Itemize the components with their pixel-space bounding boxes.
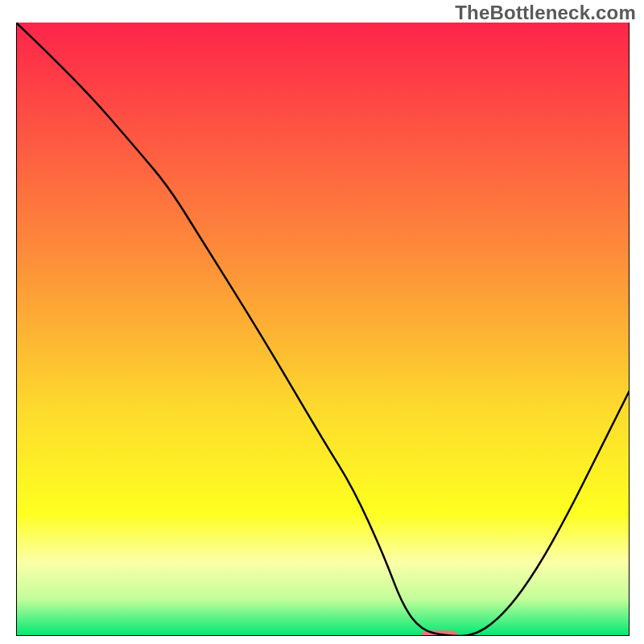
chart-svg bbox=[16, 23, 630, 636]
gradient-background bbox=[16, 23, 630, 636]
watermark-text: TheBottleneck.com bbox=[455, 2, 636, 24]
chart-stage: TheBottleneck.com bbox=[0, 0, 644, 644]
plot-area bbox=[16, 23, 630, 636]
